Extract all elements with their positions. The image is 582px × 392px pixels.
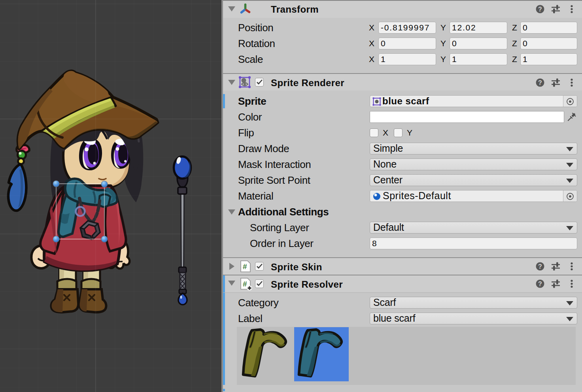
- svg-text:?: ?: [538, 6, 542, 13]
- svg-text:#: #: [243, 262, 247, 271]
- svg-text:#: #: [243, 280, 247, 288]
- svg-text:?: ?: [538, 263, 542, 270]
- svg-text:?: ?: [538, 281, 542, 287]
- svg-text:?: ?: [538, 79, 542, 86]
